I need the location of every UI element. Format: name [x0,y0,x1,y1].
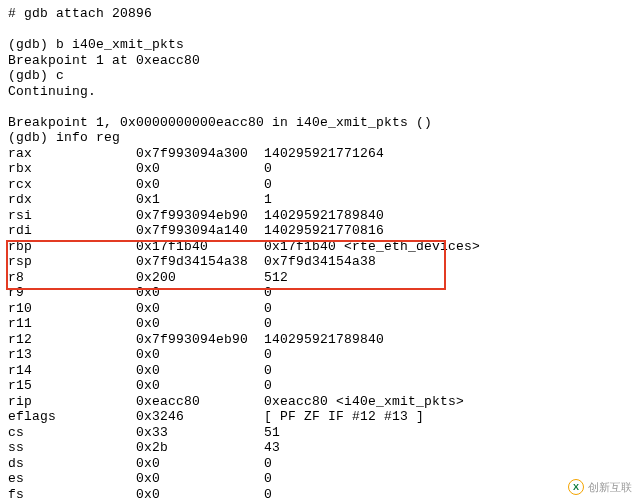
terminal-output: # gdb attach 20896 (gdb) b i40e_xmit_pkt… [0,0,640,501]
